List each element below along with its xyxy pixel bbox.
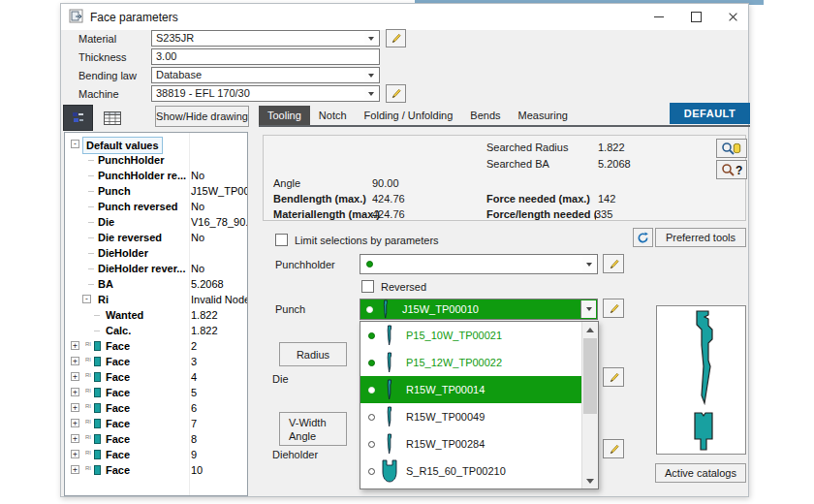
tree-row[interactable]: Die reversedNo [65, 230, 247, 245]
dropdown-item[interactable]: R15W_TP00014 [360, 376, 582, 403]
tree-row[interactable]: +RIFace2 [65, 338, 247, 354]
force-needed-label: Force needed (max.) [486, 193, 590, 205]
expand-icon[interactable]: + [71, 434, 79, 443]
tree-row[interactable]: +RIFace3 [65, 354, 247, 369]
tree-row[interactable]: BA5.2068 [65, 276, 247, 292]
scroll-down-icon[interactable] [582, 473, 598, 488]
tree-view-button[interactable] [63, 105, 93, 131]
tree-row[interactable]: PunchHolder re...No [65, 168, 247, 183]
tab-measuring[interactable]: Measuring [510, 106, 577, 125]
searched-radius-label: Searched Radius [486, 142, 568, 153]
minimize-button[interactable] [642, 4, 675, 29]
machine-combo[interactable]: 38819 - EFL 170/30 [151, 85, 380, 102]
v-width-label: V-Width [289, 416, 327, 429]
refresh-icon [637, 232, 649, 244]
default-button[interactable]: DEFAULT [670, 103, 750, 124]
bending-law-value: Database [156, 69, 202, 80]
show-hide-drawing-button[interactable]: Show/Hide drawing [155, 106, 249, 127]
tree-row[interactable]: -Default values [65, 137, 247, 152]
tree-row[interactable]: +RIFace7 [65, 416, 247, 431]
limit-selections-checkbox[interactable] [275, 234, 288, 246]
tab-tooling[interactable]: Tooling [259, 106, 310, 125]
expand-icon[interactable]: + [71, 465, 79, 474]
face-parameters-icon [69, 9, 84, 24]
bend-info-panel: Searched Radius 1.822 Searched BA 5.2068… [263, 135, 746, 221]
chevron-down-icon[interactable] [364, 87, 378, 100]
expand-icon[interactable]: + [71, 341, 79, 350]
close-button[interactable] [716, 4, 749, 29]
refresh-preferred-button[interactable] [633, 228, 653, 247]
scroll-up-icon[interactable] [582, 322, 598, 337]
tree-row[interactable]: +RIFace8 [65, 431, 247, 447]
dieholder-edit-button[interactable] [603, 439, 624, 458]
tree-row[interactable]: Wanted1.822 [65, 307, 247, 323]
searched-ba-label: Searched BA [486, 158, 549, 170]
tree-row[interactable]: +RIFace6 [65, 400, 247, 416]
chevron-down-icon[interactable] [582, 256, 596, 272]
material-edit-button[interactable] [386, 29, 406, 47]
chevron-down-icon[interactable] [364, 69, 378, 81]
active-catalogs-button[interactable]: Active catalogs [655, 463, 746, 483]
dropdown-scrollbar[interactable] [581, 322, 598, 488]
dropdown-item[interactable]: P15_10W_TP00021 [360, 322, 582, 349]
table-view-button[interactable] [100, 108, 125, 128]
tree-row[interactable]: -RiInvalid Node [65, 292, 247, 307]
tree-row[interactable]: Calc.1.822 [65, 323, 247, 338]
tree-row[interactable]: DieV16_78_90... [65, 214, 247, 230]
maximize-button[interactable] [679, 4, 712, 29]
radius-button[interactable]: Radius [279, 342, 347, 366]
scroll-thumb[interactable] [583, 338, 597, 414]
dropdown-item[interactable]: R15W_TP00284 [360, 430, 582, 457]
thickness-input[interactable]: 3.00 [151, 48, 380, 65]
machine-value: 38819 - EFL 170/30 [156, 87, 250, 99]
tab-notch[interactable]: Notch [310, 106, 356, 125]
search-help-button[interactable]: ? [716, 160, 747, 179]
tree-row[interactable]: +RIFace4 [65, 369, 247, 385]
collapse-icon[interactable]: - [82, 295, 91, 303]
tree-row-value: 4 [191, 369, 197, 385]
reversed-checkbox[interactable] [361, 280, 374, 293]
dropdown-item[interactable]: R15W_TP00049 [360, 403, 582, 430]
tool-preview-panel [656, 305, 746, 455]
punch-combo[interactable]: J15W_TP00010 [360, 299, 598, 320]
die-edit-button[interactable] [603, 367, 624, 387]
tree-row[interactable]: PunchJ15W_TP00... [65, 183, 247, 199]
tab-bends[interactable]: Bends [461, 106, 509, 125]
tree-row-value: 2 [191, 338, 197, 354]
tab-folding-unfolding[interactable]: Folding / Unfolding [356, 106, 462, 125]
dropdown-item[interactable]: P15_12W_TP00022 [360, 349, 582, 376]
preferred-tools-button[interactable]: Preferred tools [655, 228, 746, 247]
tree-row[interactable]: Punch reversedNo [65, 199, 247, 214]
expand-icon[interactable]: + [71, 357, 79, 365]
tree-row[interactable]: +RIFace9 [65, 447, 247, 462]
chevron-down-icon[interactable] [580, 300, 596, 318]
expand-icon[interactable]: + [71, 388, 79, 396]
punch-edit-button[interactable] [603, 299, 624, 318]
machine-edit-button[interactable] [386, 84, 406, 103]
bending-law-combo[interactable]: Database [151, 67, 380, 83]
expand-icon[interactable]: + [71, 419, 79, 427]
chevron-down-icon[interactable] [364, 32, 378, 45]
expand-icon[interactable]: + [71, 403, 79, 412]
tree-row-label: DieHolder [98, 245, 148, 261]
tree-row-value: 8 [191, 431, 197, 447]
dropdown-item-label: P15_10W_TP00021 [406, 330, 502, 341]
table-view-icon [104, 111, 121, 125]
material-combo[interactable]: S235JR [151, 30, 380, 47]
search-database-button[interactable] [716, 139, 747, 158]
window-title: Face parameters [90, 11, 178, 24]
tree-row[interactable]: DieHolder [65, 245, 247, 261]
force-needed-value: 142 [598, 193, 615, 205]
v-width-angle-button[interactable]: V-Width Angle [279, 412, 347, 446]
punchholder-edit-button[interactable] [603, 254, 624, 273]
expand-icon[interactable]: + [71, 450, 79, 458]
expand-icon[interactable]: + [71, 372, 79, 381]
collapse-icon[interactable]: - [71, 140, 79, 148]
punchholder-combo[interactable] [360, 254, 598, 274]
tree-row[interactable]: DieHolder rever...No [65, 261, 247, 276]
reversed-label: Reversed [381, 281, 426, 293]
tree-row[interactable]: +RIFace5 [65, 385, 247, 400]
tree-row[interactable]: +RIFace10 [65, 462, 247, 478]
dropdown-item[interactable]: S_R15_60_TP00210 [360, 457, 582, 485]
tree-row[interactable]: PunchHolder [65, 152, 247, 168]
